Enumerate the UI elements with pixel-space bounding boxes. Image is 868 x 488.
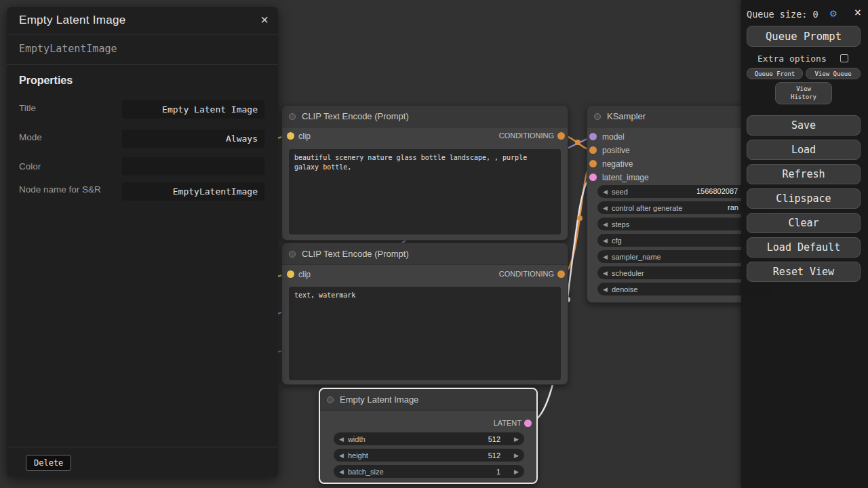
settings-gear-icon[interactable]: ⚙ [830,7,837,20]
load-button[interactable]: Load [747,140,861,160]
collapse-dot[interactable] [594,113,601,120]
conditioning-output-slot[interactable] [557,270,565,278]
property-label-title: Title [19,102,117,115]
decrement-arrow-icon[interactable]: ◀ [603,221,608,228]
node-name-input[interactable]: EmptyLatentImage [122,182,264,201]
widget-label: height [348,451,368,460]
panel-close-icon[interactable]: × [260,12,269,28]
widget-label: sampler_name [612,253,661,261]
property-label-mode: Mode [19,131,117,144]
node-title: CLIP Text Encode (Prompt) [302,249,409,259]
extra-options-checkbox[interactable] [840,54,848,62]
decrement-arrow-icon[interactable]: ◀ [603,286,608,293]
node-empty-latent-image[interactable]: Empty Latent Image LATENT ◀ width 512 ▶ … [319,388,538,484]
save-button[interactable]: Save [747,115,861,136]
property-label-node-name: Node name for S&R [19,183,117,197]
view-queue-button[interactable]: View Queue [806,68,861,79]
node-header[interactable]: Empty Latent Image [320,389,536,411]
properties-heading: Properties [19,75,73,87]
clip-input-slot[interactable] [287,270,294,278]
prompt-text-widget[interactable]: beautiful scenery nature glass bottle la… [289,149,561,235]
conditioning-output-label: CONDITIONING [499,131,554,140]
node-clip-text-encode-2[interactable]: CLIP Text Encode (Prompt) clip CONDITION… [281,243,568,385]
node-header[interactable]: CLIP Text Encode (Prompt) [282,106,568,127]
node-title: KSampler [607,111,646,121]
link-midpoint-dot [577,216,583,221]
node-header[interactable]: CLIP Text Encode (Prompt) [282,243,568,265]
panel-subrow: EmptyLatentImage [7,35,278,65]
widget-value: 512 [488,451,500,460]
queue-prompt-button[interactable]: Queue Prompt [747,26,861,47]
widget-value: 1 [496,468,500,476]
height-widget[interactable]: ◀ height 512 ▶ [334,449,524,462]
positive-input-label: positive [602,146,630,155]
delete-button[interactable]: Delete [26,455,71,471]
title-input[interactable]: Empty Latent Image [122,100,264,119]
view-history-button[interactable]: View History [775,82,832,104]
queue-size-label: Queue size: 0 [747,9,818,20]
widget-value: 512 [488,435,500,443]
decrement-arrow-icon[interactable]: ◀ [603,270,608,277]
increment-arrow-icon[interactable]: ▶ [514,452,519,459]
panel-titlebar: Empty Latent Image × [7,7,278,35]
widget-label: seed [612,188,628,196]
decrement-arrow-icon[interactable]: ◀ [339,468,344,475]
clip-input-label: clip [298,270,311,279]
node-properties-panel: Empty Latent Image × EmptyLatentImage Pr… [7,7,278,477]
decrement-arrow-icon[interactable]: ◀ [603,205,608,211]
panel-title: Empty Latent Image [19,14,126,27]
node-title: CLIP Text Encode (Prompt) [302,111,409,121]
decrement-arrow-icon[interactable]: ◀ [603,237,608,244]
widget-label: denoise [612,285,638,293]
property-label-color: Color [19,160,117,174]
collapse-dot[interactable] [289,251,296,258]
view-history-line1: View [796,85,811,93]
clip-input-slot[interactable] [287,132,294,140]
width-widget[interactable]: ◀ width 512 ▶ [334,432,524,445]
widget-label: cfg [612,237,622,245]
load-default-button[interactable]: Load Default [747,237,861,258]
collapse-dot[interactable] [289,113,296,120]
view-history-line2: History [791,94,816,101]
comfy-menu: Queue size: 0 ⚙ × Queue Prompt Extra opt… [741,0,868,488]
refresh-button[interactable]: Refresh [747,164,861,184]
clipspace-button[interactable]: Clipspace [747,188,861,209]
model-input-label: model [602,132,625,142]
reset-view-button[interactable]: Reset View [747,262,861,282]
prompt-text-widget[interactable]: text, watermark [289,287,561,380]
latent-image-input-slot[interactable] [589,174,597,181]
model-input-slot[interactable] [589,133,597,140]
menu-close-icon[interactable]: × [854,5,861,19]
clip-input-label: clip [298,131,311,141]
divider [7,447,278,447]
queue-front-button[interactable]: Queue Front [747,68,803,79]
decrement-arrow-icon[interactable]: ◀ [603,188,608,195]
batch-size-widget[interactable]: ◀ batch_size 1 ▶ [334,465,524,478]
clear-button[interactable]: Clear [747,213,861,233]
mode-input[interactable]: Always [122,129,264,148]
slot-row: clip CONDITIONING [282,268,568,281]
widget-label: width [348,435,366,443]
node-clip-text-encode-1[interactable]: CLIP Text Encode (Prompt) clip CONDITION… [281,105,568,241]
color-input[interactable] [122,157,264,176]
conditioning-output-label: CONDITIONING [499,270,554,278]
increment-arrow-icon[interactable]: ▶ [514,468,519,475]
decrement-arrow-icon[interactable]: ◀ [339,436,344,443]
comfyui-canvas[interactable]: CLIP Text Encode (Prompt) clip CONDITION… [0,0,868,488]
latent-output-label: LATENT [494,419,521,427]
node-class-name: EmptyLatentImage [19,43,117,55]
increment-arrow-icon[interactable]: ▶ [514,436,519,443]
widget-value: 1566802087 [696,187,738,195]
negative-input-label: negative [602,159,633,169]
widget-label: control after generate [612,204,683,212]
conditioning-output-slot[interactable] [557,132,565,140]
slot-row: LATENT [320,418,536,430]
decrement-arrow-icon[interactable]: ◀ [603,253,608,260]
widget-label: scheduler [612,269,644,277]
collapse-dot[interactable] [327,396,334,403]
negative-input-slot[interactable] [589,160,597,167]
latent-output-slot[interactable] [524,420,532,427]
decrement-arrow-icon[interactable]: ◀ [339,452,344,459]
positive-input-slot[interactable] [589,146,597,154]
node-title: Empty Latent Image [340,394,418,405]
